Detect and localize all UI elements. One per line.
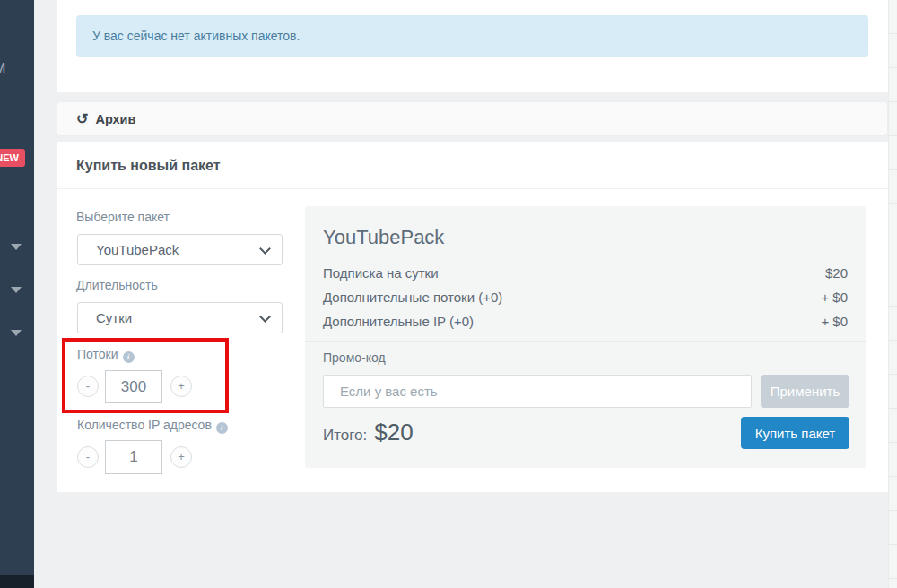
promo-code-label: Промо-код [323, 350, 386, 365]
threads-label: Потокиi [77, 347, 135, 363]
archive-toggle[interactable]: ↺ Архив [57, 101, 888, 136]
sidebar-footer [0, 575, 34, 588]
summary-row: Дополнительные IP (+0) + $0 [323, 314, 848, 332]
package-select-label: Выберите пакет [76, 210, 170, 224]
info-icon[interactable]: i [216, 422, 228, 434]
sidebar-item-text-fragment: М [0, 61, 6, 77]
ip-count-label: Количество IP адресовi [77, 418, 228, 434]
threads-decrease-button[interactable]: - [77, 376, 99, 397]
summary-row-value: + $0 [821, 314, 848, 332]
chevron-down-icon [259, 243, 271, 255]
order-summary-panel: YouTubePack Подписка на сутки $20 Дополн… [305, 206, 866, 468]
info-icon[interactable]: i [123, 351, 135, 363]
history-icon: ↺ [76, 112, 88, 126]
package-select[interactable]: YouTubePack [77, 234, 283, 265]
buy-package-card: Купить новый пакет Выберите пакет YouTub… [57, 142, 888, 492]
total-line: Итого: $20 [323, 419, 414, 446]
divider [305, 341, 866, 342]
total-label: Итого: [323, 427, 367, 445]
duration-select[interactable]: Сутки [77, 302, 283, 333]
divider [57, 188, 888, 189]
right-edge-panel [888, 0, 897, 588]
summary-row: Подписка на сутки $20 [323, 265, 848, 283]
ip-increase-button[interactable]: + [170, 446, 192, 468]
card-title: Купить новый пакет [76, 158, 221, 174]
caret-down-icon[interactable] [11, 287, 22, 293]
sidebar: М NEW [0, 0, 34, 588]
summary-row-value: $20 [825, 265, 848, 283]
threads-input[interactable] [105, 370, 162, 403]
duration-select-value: Сутки [96, 310, 132, 325]
duration-select-label: Длительность [76, 278, 158, 292]
summary-row-label: Подписка на сутки [323, 265, 439, 283]
summary-row: Дополнительные потоки (+0) + $0 [323, 290, 848, 307]
no-active-packages-alert: У вас сейчас нет активных пакетов. [76, 15, 868, 57]
total-value: $20 [374, 419, 413, 446]
chevron-down-icon [259, 311, 271, 323]
threads-increase-button[interactable]: + [170, 376, 192, 397]
summary-row-value: + $0 [821, 290, 848, 307]
promo-code-input[interactable] [323, 375, 752, 408]
active-packages-card: У вас сейчас нет активных пакетов. [57, 0, 888, 92]
archive-label: Архив [95, 112, 135, 126]
caret-down-icon[interactable] [11, 244, 22, 250]
package-select-value: YouTubePack [96, 242, 179, 257]
app-screen: М NEW У вас сейчас нет активных пакетов.… [0, 0, 897, 588]
summary-package-title: YouTubePack [323, 226, 444, 249]
buy-package-button[interactable]: Купить пакет [741, 417, 849, 449]
new-badge: NEW [0, 149, 25, 167]
ip-decrease-button[interactable]: - [77, 446, 99, 468]
caret-down-icon[interactable] [11, 330, 22, 336]
summary-row-label: Дополнительные IP (+0) [323, 314, 474, 332]
ip-input[interactable] [105, 440, 162, 474]
summary-row-label: Дополнительные потоки (+0) [323, 290, 502, 307]
apply-promo-button[interactable]: Применить [761, 375, 849, 408]
